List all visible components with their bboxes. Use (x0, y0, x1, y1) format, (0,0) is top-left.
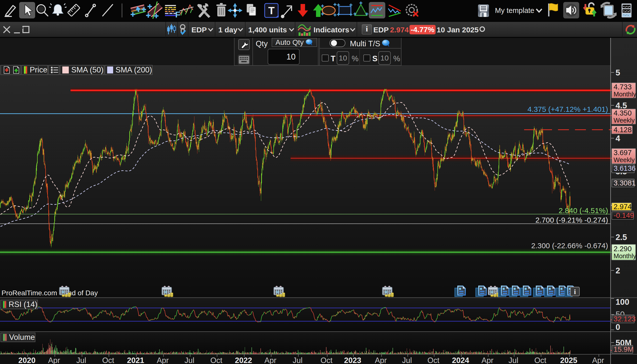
svg-text:My template: My template (495, 6, 534, 14)
svg-text:T: T (268, 5, 275, 16)
svg-text:i: i (574, 288, 576, 296)
